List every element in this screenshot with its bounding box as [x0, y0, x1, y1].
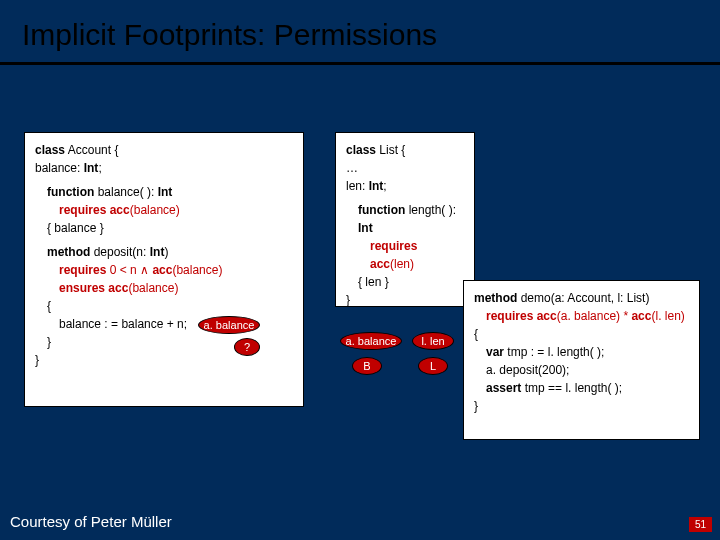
text: { — [47, 299, 51, 313]
title-divider — [0, 62, 720, 65]
text: (balance) — [128, 281, 178, 295]
kw-int: Int — [369, 179, 384, 193]
footer-credit: Courtesy of Peter Müller — [10, 513, 172, 530]
kw-assert: assert — [486, 381, 521, 395]
text: demo(a: Account, l: List) — [517, 291, 649, 305]
text: (len) — [390, 257, 414, 271]
kw-ensures: ensures — [59, 281, 105, 295]
text: len: — [346, 179, 369, 193]
kw-acc: acc — [152, 263, 172, 277]
text: a. deposit(200); — [486, 363, 569, 377]
text: List { — [376, 143, 405, 157]
kw-class: class — [35, 143, 65, 157]
text: { balance } — [47, 221, 104, 235]
kw-class: class — [346, 143, 376, 157]
text: deposit(n: — [90, 245, 149, 259]
text: tmp : = l. length( ); — [504, 345, 604, 359]
pill-a-balance-2: a. balance — [340, 332, 402, 350]
text: tmp == l. length( ); — [521, 381, 622, 395]
pill-question: ? — [234, 338, 260, 356]
kw-var: var — [486, 345, 504, 359]
pill-l-len: l. len — [412, 332, 454, 350]
kw-int: Int — [84, 161, 99, 175]
text: { — [474, 327, 478, 341]
kw-requires: requires — [59, 263, 106, 277]
kw-requires: requires — [59, 203, 106, 217]
pill-b: B — [352, 357, 382, 375]
text: } — [346, 293, 350, 307]
text: balance : = balance + n; — [59, 317, 187, 331]
kw-method: method — [474, 291, 517, 305]
kw-int: Int — [150, 245, 165, 259]
kw-int: Int — [158, 185, 173, 199]
text: } — [35, 353, 39, 367]
text: balance: — [35, 161, 84, 175]
kw-acc: acc — [105, 281, 128, 295]
kw-acc: acc — [631, 309, 651, 323]
page-number: 51 — [689, 517, 712, 532]
text: 0 < n ∧ — [106, 263, 152, 277]
text: * — [620, 309, 631, 323]
kw-method: method — [47, 245, 90, 259]
text: (a. balance) — [557, 309, 620, 323]
kw-function: function — [358, 203, 405, 217]
text: ; — [98, 161, 101, 175]
kw-requires: requires — [486, 309, 533, 323]
text: length( ): — [405, 203, 456, 217]
text: ; — [383, 179, 386, 193]
kw-acc: acc — [106, 203, 129, 217]
text: } — [474, 399, 478, 413]
text: ) — [164, 245, 168, 259]
code-box-account: class Account { balance: Int; function b… — [24, 132, 304, 407]
code-box-demo: method demo(a: Account, l: List) require… — [463, 280, 700, 440]
text: (balance) — [130, 203, 180, 217]
text: (l. len) — [651, 309, 684, 323]
text: } — [47, 335, 51, 349]
page-title: Implicit Footprints: Permissions — [0, 0, 720, 52]
kw-acc: acc — [533, 309, 556, 323]
text: { len } — [358, 275, 389, 289]
kw-acc: acc — [370, 257, 390, 271]
code-box-list: class List { … len: Int; function length… — [335, 132, 475, 307]
pill-a-balance: a. balance — [198, 316, 260, 334]
text: balance( ): — [94, 185, 157, 199]
text: … — [346, 161, 358, 175]
kw-function: function — [47, 185, 94, 199]
kw-requires: requires — [370, 239, 417, 253]
text: Account { — [65, 143, 118, 157]
text: (balance) — [172, 263, 222, 277]
kw-int: Int — [358, 221, 373, 235]
pill-l: L — [418, 357, 448, 375]
